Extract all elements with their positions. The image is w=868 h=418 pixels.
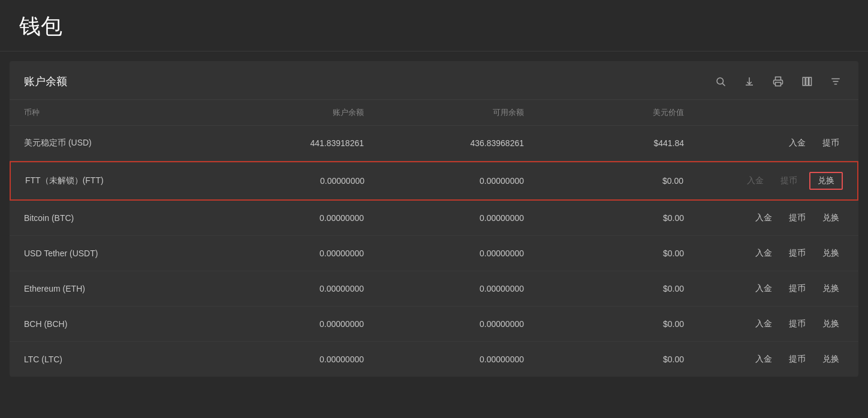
deposit-btn-bch[interactable]: 入金 [751,316,777,332]
header-available: 可用余额 [364,107,524,118]
svg-rect-2 [776,83,781,86]
actions-bch: 入金 提币 兑换 [684,316,844,332]
balance-ltc: 0.00000000 [204,355,364,364]
withdraw-btn-usdt[interactable]: 提币 [784,246,810,261]
deposit-btn-usd[interactable]: 入金 [784,135,810,151]
usd-value-usdt: $0.00 [524,249,684,258]
deposit-btn-ltc[interactable]: 入金 [751,352,777,367]
section-title: 账户余额 [24,74,67,89]
currency-name-ltc: LTC (LTC) [24,355,204,364]
withdraw-btn-ftt: 提币 [776,173,802,189]
svg-rect-5 [809,77,812,86]
actions-ltc: 入金 提币 兑换 [684,352,844,367]
actions-usd: 入金 提币 [684,135,844,151]
section-header: 账户余额 [10,61,858,100]
exchange-btn-ltc[interactable]: 兑换 [818,352,844,367]
withdraw-btn-ltc[interactable]: 提币 [784,352,810,367]
table-row-btc: Bitcoin (BTC) 0.00000000 0.00000000 $0.0… [10,201,858,236]
currency-name-btc: Bitcoin (BTC) [24,213,204,223]
svg-rect-4 [806,77,809,86]
currency-name-usdt: USD Tether (USDT) [24,249,204,258]
balance-ftt: 0.00000000 [205,176,364,186]
currency-name-bch: BCH (BCH) [24,319,204,329]
page-header: 钱包 [0,0,868,52]
table-row-ftt: FTT（未解锁）(FTT) 0.00000000 0.00000000 $0.0… [10,161,858,201]
available-ltc: 0.00000000 [364,355,524,364]
search-icon[interactable] [712,73,729,90]
header-currency: 币种 [24,107,204,118]
currency-name-eth: Ethereum (ETH) [24,284,204,293]
balance-usdt: 0.00000000 [204,249,364,258]
usd-value-ftt: $0.00 [524,176,683,186]
toolbar-icons [712,73,844,90]
usd-value-ltc: $0.00 [524,355,684,364]
available-bch: 0.00000000 [364,319,524,329]
header-actions [684,107,844,118]
balance-usd: 441.83918261 [204,138,364,148]
svg-line-1 [722,83,725,86]
withdraw-btn-btc[interactable]: 提币 [784,210,810,226]
balance-btc: 0.00000000 [204,213,364,223]
deposit-btn-btc[interactable]: 入金 [751,210,777,226]
usd-value-btc: $0.00 [524,213,684,223]
actions-btc: 入金 提币 兑换 [684,210,844,226]
main-content: 账户余额 [10,61,858,377]
available-usd: 436.83968261 [364,138,524,148]
currency-name-usd: 美元稳定币 (USD) [24,138,204,149]
svg-rect-3 [803,77,805,86]
table-header: 币种 账户余额 可用余额 美元价值 [10,100,858,126]
table-row-eth: Ethereum (ETH) 0.00000000 0.00000000 $0.… [10,271,858,307]
deposit-btn-ftt: 入金 [742,173,768,189]
svg-point-0 [717,78,724,84]
withdraw-btn-eth[interactable]: 提币 [784,281,810,296]
page-title: 钱包 [19,12,849,41]
download-icon[interactable] [741,73,758,90]
usd-value-eth: $0.00 [524,284,684,293]
exchange-btn-ftt[interactable]: 兑换 [809,172,843,190]
columns-icon[interactable] [798,73,815,90]
table-row-ltc: LTC (LTC) 0.00000000 0.00000000 $0.00 入金… [10,342,858,377]
actions-ftt: 入金 提币 兑换 [683,172,843,190]
header-balance: 账户余额 [204,107,364,118]
filter-icon[interactable] [827,73,844,90]
table-row-bch: BCH (BCH) 0.00000000 0.00000000 $0.00 入金… [10,307,858,342]
usd-value-usd: $441.84 [524,138,684,148]
table-row-usdt: USD Tether (USDT) 0.00000000 0.00000000 … [10,236,858,271]
account-balance-table: 币种 账户余额 可用余额 美元价值 美元稳定币 (USD) 441.839182… [10,100,858,377]
withdraw-btn-usd[interactable]: 提币 [818,135,844,151]
print-icon[interactable] [770,73,786,90]
withdraw-btn-bch[interactable]: 提币 [784,316,810,332]
deposit-btn-usdt[interactable]: 入金 [751,246,777,261]
actions-usdt: 入金 提币 兑换 [684,246,844,261]
available-btc: 0.00000000 [364,213,524,223]
exchange-btn-usdt[interactable]: 兑换 [818,246,844,261]
exchange-btn-bch[interactable]: 兑换 [818,316,844,332]
usd-value-bch: $0.00 [524,319,684,329]
exchange-btn-eth[interactable]: 兑换 [818,281,844,296]
balance-eth: 0.00000000 [204,284,364,293]
balance-bch: 0.00000000 [204,319,364,329]
exchange-btn-btc[interactable]: 兑换 [818,210,844,226]
actions-eth: 入金 提币 兑换 [684,281,844,296]
header-usd-value: 美元价值 [524,107,684,118]
currency-name-ftt: FTT（未解锁）(FTT) [25,175,205,186]
available-usdt: 0.00000000 [364,249,524,258]
table-row: 美元稳定币 (USD) 441.83918261 436.83968261 $4… [10,126,858,161]
available-ftt: 0.00000000 [364,176,524,186]
deposit-btn-eth[interactable]: 入金 [751,281,777,296]
available-eth: 0.00000000 [364,284,524,293]
